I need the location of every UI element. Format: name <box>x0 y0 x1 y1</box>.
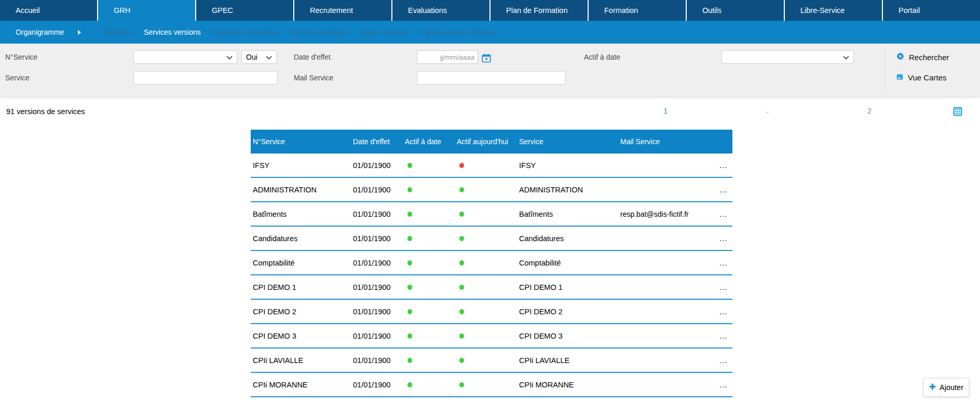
table-row[interactable]: CPIi MORANNE01/01/1900CPIi MORANNE... <box>251 373 732 397</box>
cell-actif-a-date <box>405 381 457 389</box>
cell-actif-aujourdhui <box>457 234 519 243</box>
row-actions-menu[interactable]: ... <box>709 356 732 365</box>
cell-date-effet: 01/01/1900 <box>353 210 405 218</box>
cell-date-effet: 01/01/1900 <box>353 259 405 267</box>
pagination-separator: - <box>766 107 769 116</box>
table-row[interactable]: CPI DEMO 101/01/1900CPI DEMO 1... <box>251 275 732 300</box>
status-dot-actif-a-date-active <box>407 285 412 290</box>
pagination-page-2[interactable]: 2 <box>867 106 872 115</box>
no-service-label: N°Service <box>5 50 37 64</box>
cell-actif-a-date <box>405 259 457 267</box>
date-effet-label: Date d'effet <box>294 50 331 64</box>
cell-service: Comptabilité <box>519 259 620 267</box>
status-dot-actif-a-date-active <box>407 309 412 314</box>
cell-service: CPIi MORANNE <box>519 381 620 389</box>
pagination-page-1[interactable]: 1 <box>663 106 668 115</box>
plus-icon <box>929 383 936 392</box>
cell-date-effet: 01/01/1900 <box>353 234 405 243</box>
status-dot-actif-aujourdhui-active <box>459 236 464 241</box>
tab-recrutement[interactable]: Recrutement <box>293 0 391 21</box>
subnav-item-services[interactable]: Services <box>103 28 131 36</box>
table-row[interactable]: CPI DEMO 301/01/1900CPI DEMO 3... <box>251 324 732 349</box>
cell-actif-aujourdhui <box>457 283 519 291</box>
service-label: Service <box>5 71 30 85</box>
subnav-item-services-versions[interactable]: Services versions <box>144 28 201 36</box>
row-actions-menu[interactable]: ... <box>709 259 732 267</box>
table-row[interactable]: Batîments01/01/1900Batîmentsresp.bat@sdi… <box>251 202 732 227</box>
add-button[interactable]: Ajouter <box>923 378 969 397</box>
status-dot-actif-aujourdhui-active <box>459 382 464 387</box>
subnav-item-types-services-relation[interactable]: Types services relation <box>421 28 495 36</box>
cell-actif-a-date <box>405 161 457 170</box>
table-row[interactable]: IFSY01/01/1900IFSY... <box>251 154 732 178</box>
row-actions-menu[interactable]: ... <box>709 186 732 194</box>
filter-panel: N°Service Oui Date d'effet Actif à date … <box>0 44 980 96</box>
cell-no-service: CPI DEMO 1 <box>251 283 353 291</box>
tab-outils[interactable]: Outils <box>686 0 784 21</box>
status-dot-actif-a-date-active <box>407 358 412 363</box>
table-row[interactable]: Candidatures01/01/1900Candidatures... <box>251 227 732 251</box>
cell-date-effet: 01/01/1900 <box>353 283 405 291</box>
mail-service-input[interactable] <box>417 71 566 85</box>
card-icon <box>896 73 903 82</box>
no-service-select[interactable] <box>133 50 237 64</box>
col-actif-aujourdhui: Actif aujourd'hui <box>457 137 519 146</box>
table-row[interactable]: Comptabilité01/01/1900Comptabilité... <box>251 251 732 275</box>
cell-date-effet: 01/01/1900 <box>353 332 405 340</box>
date-effet-input[interactable] <box>417 50 478 64</box>
chevron-down-icon <box>226 53 233 61</box>
cell-actif-aujourdhui <box>457 186 519 194</box>
cell-service: CPIi LAVIALLE <box>519 356 620 365</box>
status-dot-actif-a-date-active <box>407 333 412 339</box>
subnav-item-organigramme[interactable]: Organigramme <box>16 28 64 36</box>
row-actions-menu[interactable]: ... <box>709 308 732 316</box>
table-row[interactable]: ADMINISTRATION01/01/1900ADMINISTRATION..… <box>251 178 732 202</box>
subnav-item-types-services[interactable]: Types services <box>361 28 409 36</box>
chevron-right-icon <box>77 30 81 35</box>
tab-gpec[interactable]: GPEC <box>195 0 293 21</box>
table-row[interactable]: CPI DEMO 201/01/1900CPI DEMO 2... <box>251 300 732 324</box>
cards-view-button[interactable]: Vue Cartes <box>896 71 946 84</box>
actif-a-date-select[interactable] <box>722 50 854 64</box>
chevron-down-icon <box>266 53 272 61</box>
subnav-item-services-transcodes[interactable]: Services transcodes <box>213 28 279 36</box>
status-dot-actif-aujourdhui-active <box>459 358 464 363</box>
tab-plan-de-formation[interactable]: Plan de Formation <box>489 0 588 21</box>
cell-actif-aujourdhui <box>457 381 519 389</box>
search-button-label: Rechercher <box>909 53 949 62</box>
grid-view-icon[interactable] <box>953 107 962 116</box>
cell-actif-a-date <box>405 332 457 340</box>
main-nav: Accueil GRH GPEC Recrutement Evaluations… <box>0 0 980 21</box>
tab-formation[interactable]: Formation <box>588 0 686 21</box>
row-actions-menu[interactable]: ... <box>709 332 732 340</box>
cell-no-service: Batîments <box>251 210 353 218</box>
search-button[interactable]: Rechercher <box>896 50 949 64</box>
tab-evaluations[interactable]: Evaluations <box>391 0 489 21</box>
row-actions-menu[interactable]: ... <box>709 161 732 170</box>
status-dot-actif-a-date-active <box>407 260 412 266</box>
cell-actif-aujourdhui <box>457 332 519 340</box>
table-row[interactable]: CPIi LAVIALLE01/01/1900CPIi LAVIALLE... <box>251 349 732 373</box>
tab-libre-service[interactable]: Libre-Service <box>784 0 882 21</box>
filter-actions-divider <box>885 48 886 92</box>
tab-portail[interactable]: Portail <box>882 0 980 21</box>
tab-grh[interactable]: GRH <box>97 0 195 21</box>
row-actions-menu[interactable]: ... <box>709 234 732 243</box>
status-dot-actif-a-date-active <box>407 382 412 387</box>
status-dot-actif-a-date-active <box>407 236 412 241</box>
service-input[interactable] <box>133 71 278 85</box>
tab-accueil[interactable]: Accueil <box>0 0 97 21</box>
cell-date-effet: 01/01/1900 <box>353 308 405 316</box>
actif-oui-select[interactable]: Oui <box>241 50 277 64</box>
cell-no-service: Candidatures <box>251 234 353 243</box>
cell-actif-a-date <box>405 210 457 218</box>
cell-no-service: CPI DEMO 3 <box>251 332 353 340</box>
subnav-item-services-relations[interactable]: Services relations <box>291 28 349 36</box>
row-actions-menu[interactable]: ... <box>709 283 732 291</box>
row-actions-menu[interactable]: ... <box>709 381 732 389</box>
cell-service: CPI DEMO 2 <box>519 308 620 316</box>
cell-no-service: CPI DEMO 2 <box>251 308 353 316</box>
calendar-icon[interactable] <box>482 53 491 63</box>
cell-mail-service: resp.bat@sdis-fictif.fr <box>620 210 709 218</box>
row-actions-menu[interactable]: ... <box>709 210 732 218</box>
